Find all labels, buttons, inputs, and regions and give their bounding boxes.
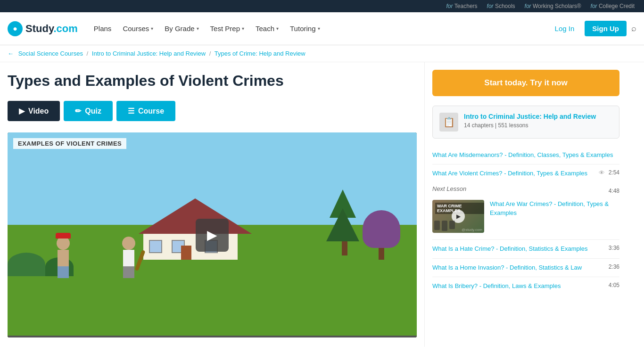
logo[interactable]: ● Study.com <box>8 21 78 36</box>
next-lesson-section: Next Lesson 4:48 WAR CRIME EXAMPLES ▶ @s… <box>432 182 619 240</box>
video-frame: EXAMPLES OF VIOLENT CRIMES <box>8 132 417 337</box>
nav-test-prep[interactable]: Test Prep ▾ <box>206 21 249 36</box>
content-wrapper: Types and Examples of Violent Crimes ▶ V… <box>0 62 644 347</box>
lesson-link-violent-crimes[interactable]: What Are Violent Crimes? - Definition, T… <box>432 169 595 178</box>
nav-links: Plans Courses ▾ By Grade ▾ Test Prep ▾ T… <box>89 21 549 36</box>
list-item: What Is a Home Invasion? - Definition, S… <box>432 259 619 277</box>
play-button[interactable]: ▶ <box>196 219 229 252</box>
list-item: What Is Bribery? - Definition, Laws & Ex… <box>432 277 619 295</box>
course-card-title[interactable]: Intro to Criminal Justice: Help and Revi… <box>464 113 596 120</box>
course-card-meta: 14 chapters | 551 lessons <box>464 122 596 129</box>
tab-buttons: ▶ Video ✏ Quiz ☰ Course <box>8 101 417 121</box>
lesson-link-hate-crime[interactable]: What Is a Hate Crime? - Definition, Stat… <box>432 245 605 253</box>
thumb-watermark: @study.com <box>462 228 482 232</box>
topbar-working-scholars[interactable]: for Working Scholars® <box>525 3 581 9</box>
nav-tutoring[interactable]: Tutoring ▾ <box>285 21 324 36</box>
video-player[interactable]: EXAMPLES OF VIOLENT CRIMES <box>8 132 417 337</box>
chevron-down-icon: ▾ <box>276 26 279 31</box>
nav-by-grade[interactable]: By Grade ▾ <box>160 21 203 36</box>
breadcrumb: ← Social Science Courses / Intro to Crim… <box>0 45 644 62</box>
video-title-overlay: EXAMPLES OF VIOLENT CRIMES <box>13 138 126 149</box>
sidebar: Start today. Try it now 📋 Intro to Crimi… <box>424 62 627 347</box>
next-lesson-card: WAR CRIME EXAMPLES ▶ @study.com What Are… <box>432 200 619 233</box>
course-card: 📋 Intro to Criminal Justice: Help and Re… <box>432 106 619 139</box>
logo-icon: ● <box>8 21 23 36</box>
list-item: What Are Violent Crimes? - Definition, T… <box>432 165 619 182</box>
character-2 <box>122 237 135 278</box>
main-content: Types and Examples of Violent Crimes ▶ V… <box>0 62 424 347</box>
page-title: Types and Examples of Violent Crimes <box>8 72 417 90</box>
top-bar: for Teachers for Schools for Working Sch… <box>0 0 644 12</box>
topbar-schools[interactable]: for Schools <box>487 3 515 9</box>
topbar-teachers[interactable]: for Teachers <box>446 3 478 9</box>
search-button[interactable]: ⌕ <box>631 24 636 33</box>
lesson-duration: 2:54 <box>609 169 619 176</box>
list-item: What Is a Hate Crime? - Definition, Stat… <box>432 240 619 258</box>
scene-ground <box>8 276 417 338</box>
scene-tree <box>330 189 359 255</box>
video-icon: ▶ <box>19 107 25 115</box>
tab-quiz-label: Quiz <box>85 107 101 115</box>
next-lesson-duration: 4:48 <box>609 188 619 194</box>
signup-button[interactable]: Sign Up <box>585 21 627 36</box>
chevron-down-icon: ▾ <box>318 26 320 31</box>
next-lesson-info: What Are War Crimes? - Definition, Types… <box>490 200 619 217</box>
breadcrumb-types-crime[interactable]: Types of Crime: Help and Review <box>215 50 305 57</box>
tab-quiz[interactable]: ✏ Quiz <box>64 101 113 121</box>
breadcrumb-intro-criminal[interactable]: Intro to Criminal Justice: Help and Revi… <box>92 50 206 57</box>
next-lesson-link[interactable]: What Are War Crimes? - Definition, Types… <box>490 200 609 216</box>
lesson-link-home-invasion[interactable]: What Is a Home Invasion? - Definition, S… <box>432 263 605 272</box>
character-1 <box>57 237 70 278</box>
back-arrow-icon: ← <box>8 50 14 57</box>
logo-text: Study.com <box>25 23 78 35</box>
thumb-scene <box>434 221 455 231</box>
tab-course[interactable]: ☰ Course <box>116 101 175 121</box>
topbar-college-credit[interactable]: for College Credit <box>591 3 635 9</box>
nav-plans[interactable]: Plans <box>89 21 116 36</box>
tab-video-label: Video <box>28 107 49 115</box>
login-button[interactable]: Log In <box>549 22 580 35</box>
course-card-icon: 📋 <box>439 113 458 132</box>
lesson-link-misdemeanors[interactable]: What Are Misdemeanors? - Definition, Cla… <box>432 151 616 159</box>
lesson-duration: 4:05 <box>609 282 619 288</box>
more-lesson-list: What Is a Hate Crime? - Definition, Stat… <box>432 240 619 295</box>
eye-icon: 👁 <box>599 169 605 176</box>
pencil-icon: ✏ <box>75 107 81 115</box>
lesson-duration: 3:36 <box>609 245 619 251</box>
cta-button[interactable]: Start today. Try it now <box>432 70 619 96</box>
tab-course-label: Course <box>138 107 164 115</box>
nav-courses[interactable]: Courses ▾ <box>118 21 158 36</box>
lesson-link-bribery[interactable]: What Is Bribery? - Definition, Laws & Ex… <box>432 282 605 290</box>
lesson-list: What Are Misdemeanors? - Definition, Cla… <box>432 146 619 182</box>
breadcrumb-social-science[interactable]: Social Science Courses <box>18 50 83 57</box>
chevron-down-icon: ▾ <box>242 26 244 31</box>
video-progress-bar[interactable] <box>8 336 417 337</box>
chevron-down-icon: ▾ <box>197 26 199 31</box>
list-icon: ☰ <box>128 107 134 115</box>
course-card-info: Intro to Criminal Justice: Help and Revi… <box>464 113 596 129</box>
nav-actions: Log In Sign Up ⌕ <box>549 21 636 36</box>
nav-teach[interactable]: Teach ▾ <box>251 21 283 36</box>
next-lesson-thumbnail[interactable]: WAR CRIME EXAMPLES ▶ @study.com <box>432 200 484 233</box>
chevron-down-icon: ▾ <box>151 26 153 31</box>
tab-video[interactable]: ▶ Video <box>8 101 60 121</box>
list-item: What Are Misdemeanors? - Definition, Cla… <box>432 146 619 165</box>
lesson-duration: 2:36 <box>609 263 619 270</box>
main-nav: ● Study.com Plans Courses ▾ By Grade ▾ T… <box>0 12 644 45</box>
next-lesson-label: Next Lesson <box>432 185 466 192</box>
